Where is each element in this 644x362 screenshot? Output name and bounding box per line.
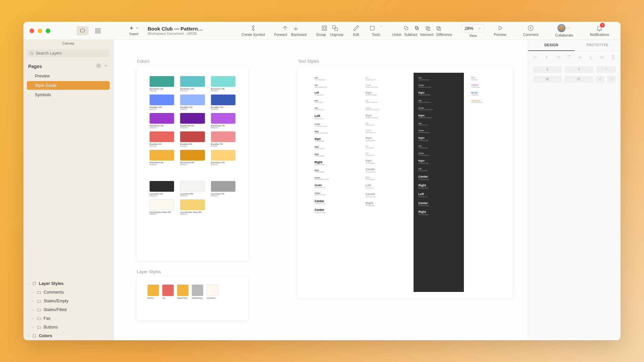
preview-icon[interactable]	[497, 25, 503, 32]
notifications-icon[interactable]	[596, 25, 603, 32]
color-swatch[interactable]: BrandYellow 300#E09417	[180, 150, 205, 166]
align-top-icon[interactable]	[566, 55, 572, 61]
layer-folder[interactable]: Comments	[23, 288, 113, 297]
text-style-entry[interactable]: RightRegular/Black/Right	[315, 130, 356, 134]
text-style-entry[interactable]: RightH1/Gray/Right	[366, 201, 407, 207]
text-style-entry[interactable]: BLUELabel/Blue	[471, 92, 496, 96]
page-item[interactable]: Style Guide	[27, 81, 110, 90]
text-style-entry[interactable]: LeftRegular/Gray/Left	[366, 100, 407, 104]
text-style-entry[interactable]: LeftH4/Black/Left	[315, 92, 356, 96]
text-style-entry[interactable]: CenterH1/Gray/Center	[366, 192, 407, 198]
layer-folder[interactable]: States/Filled	[23, 305, 113, 314]
flip-v-icon[interactable]	[607, 76, 616, 83]
text-style-entry[interactable]: LeftSmall/Gray/Left	[366, 77, 407, 81]
text-style-entry[interactable]: LeftH3/White/Left	[418, 145, 459, 149]
comment-icon[interactable]	[527, 25, 534, 32]
text-style-entry[interactable]: CenterH4/White/Center	[418, 129, 459, 133]
text-style-entry[interactable]: LeftH1/Gray/Left	[366, 184, 407, 189]
color-swatch[interactable]: BrandBlue 700#3A5DBB	[211, 95, 235, 110]
text-style-entry[interactable]: RightH4/White/Right	[418, 137, 459, 141]
color-swatch[interactable]: BrandBlue 100#668CFF	[150, 95, 174, 110]
distribute-h-icon[interactable]	[599, 55, 605, 61]
group-icon[interactable]	[321, 25, 328, 32]
text-style-entry[interactable]: LeftRegular/White/Left	[418, 100, 459, 104]
align-bottom-icon[interactable]	[588, 55, 594, 61]
text-style-entry[interactable]: LeftSmall/White/Left	[418, 77, 459, 81]
page-item[interactable]: Symbols	[27, 90, 110, 99]
collaborate-more[interactable]: ⋯	[566, 25, 571, 31]
text-style-entry[interactable]: RightH4/Gray/Right	[366, 137, 407, 141]
text-style-entry[interactable]: RightH4/Black/Right	[315, 138, 356, 142]
text-style-entry[interactable]: CenterH3/Black/Center	[315, 192, 356, 196]
text-style-entry[interactable]: CenterH1/White/Center	[418, 201, 459, 207]
align-center-h-icon[interactable]	[544, 55, 549, 61]
ungroup-icon[interactable]	[332, 25, 338, 32]
layer-styles-folder[interactable]: Layer Styles	[23, 279, 113, 288]
text-style-entry[interactable]: RightSmall/Gray/Right	[366, 92, 407, 96]
color-swatch[interactable]: BrandRed 300#C74946	[180, 131, 205, 147]
prototype-tab[interactable]: PROTOTYPE	[575, 40, 621, 51]
layer-style-swatch[interactable]: Comments	[207, 285, 218, 299]
layer-folder[interactable]: Fav	[23, 314, 113, 323]
color-swatch[interactable]: BrandPurple 300#7B2CBF	[180, 113, 205, 129]
text-style-entry[interactable]: RightSmall/White/Right	[418, 92, 459, 96]
search-input[interactable]	[36, 51, 107, 56]
text-style-entry[interactable]: LeftH2/Gray/Left	[366, 152, 407, 156]
intersect-icon[interactable]	[424, 25, 431, 32]
text-style-entry[interactable]: RightH3/Black/Right	[315, 146, 356, 150]
zoom-dropdown[interactable]: 28%	[462, 24, 484, 33]
color-swatch[interactable]: BrandGreen 300#62C4CA	[180, 76, 205, 92]
search-layers[interactable]	[27, 49, 110, 57]
text-style-entry[interactable]: CenterH4/Black/Center	[315, 184, 356, 189]
color-swatch[interactable]: BrandPurple 100#7B2CBF	[150, 113, 174, 129]
text-style-entry[interactable]: LeftH1/Black/Left	[315, 114, 356, 120]
text-style-entry[interactable]: LeftH4/Gray/Left	[366, 122, 407, 126]
text-style-entry[interactable]: PURPLELabel/Purple	[471, 84, 496, 88]
text-style-entry[interactable]: CenterH4/Gray/Center	[366, 129, 407, 133]
tools-icon[interactable]	[369, 25, 376, 32]
canvas-view-button[interactable]	[76, 26, 89, 36]
text-style-entry[interactable]: LeftSmall/Black/Left	[315, 77, 356, 81]
design-tab[interactable]: DESIGN	[528, 40, 575, 51]
color-swatch[interactable]: BrandGreen 100#3FA496	[150, 76, 174, 92]
layer-style-swatch[interactable]: States/Empty	[192, 285, 203, 299]
create-symbol-icon[interactable]	[250, 25, 257, 32]
close-window[interactable]	[30, 28, 34, 33]
color-swatch[interactable]: BrandPurple 700#B85DE8	[211, 113, 235, 129]
text-style-entry[interactable]: LeftH1/White/Left	[418, 192, 459, 198]
color-swatch[interactable]: BrandRed 700#F19191	[211, 131, 235, 147]
color-swatch[interactable]: BrandGreen 700#7FDFD7	[211, 76, 235, 92]
text-style-entry[interactable]: CenterRegular/White/Center	[418, 107, 459, 111]
backward-icon[interactable]	[292, 25, 299, 32]
text-style-entry[interactable]: RightRegular/White/Right	[418, 114, 459, 119]
text-style-entry[interactable]: LeftH3/Gray/Left	[366, 145, 407, 149]
colors-artboard[interactable]: Colors BrandGreen 100#3FA496BrandGreen 3…	[137, 67, 248, 260]
difference-icon[interactable]	[435, 25, 442, 32]
color-swatch[interactable]: BrandRed 100#E7665E	[150, 131, 174, 147]
layer-style-swatch[interactable]: States/Filled	[177, 285, 189, 299]
text-style-entry[interactable]: LeftRegular/Black/Left	[315, 84, 356, 88]
avatar[interactable]	[557, 24, 566, 32]
layer-style-swatch[interactable]: Buttons	[148, 285, 159, 299]
text-style-entry[interactable]: RightH1/White/Right	[418, 210, 459, 216]
text-style-entry[interactable]: CenterH3/Gray/Center	[366, 168, 407, 173]
minimize-window[interactable]	[38, 28, 42, 33]
text-style-entry[interactable]: RightH3/Gray/Right	[366, 160, 407, 164]
color-swatch[interactable]: BrandYellow 700#FFD275	[211, 150, 235, 166]
text-style-entry[interactable]: RightH2/Black/Right	[315, 153, 356, 157]
text-style-entry[interactable]: CenterSmall/Gray/Center	[366, 84, 407, 88]
text-style-entry[interactable]: LeftH2/White/Left	[418, 168, 459, 172]
align-center-v-icon[interactable]	[577, 55, 583, 61]
color-swatch[interactable]: BrandYellow 100#F2B33D	[150, 150, 174, 166]
components-view-button[interactable]	[92, 26, 104, 36]
x-field[interactable]: X	[533, 66, 562, 73]
color-swatch[interactable]: LayoutSurface Yellow 100#FEFAF0	[150, 199, 174, 215]
text-style-entry[interactable]: RightH1/Black/Right	[315, 161, 356, 166]
text-style-entry[interactable]: LeftH4/White/Left	[418, 122, 459, 126]
layer-style-swatch[interactable]: Fav	[162, 285, 174, 299]
text-style-entry[interactable]: RightH3/White/Right	[418, 160, 459, 164]
distribute-v-icon[interactable]	[610, 55, 616, 61]
text-style-entry[interactable]: RightH2/White/Right	[418, 184, 459, 189]
text-style-entry[interactable]: CenterH2/Black/Center	[315, 199, 356, 205]
text-style-entry[interactable]: CenterH2/White/Center	[418, 175, 459, 180]
